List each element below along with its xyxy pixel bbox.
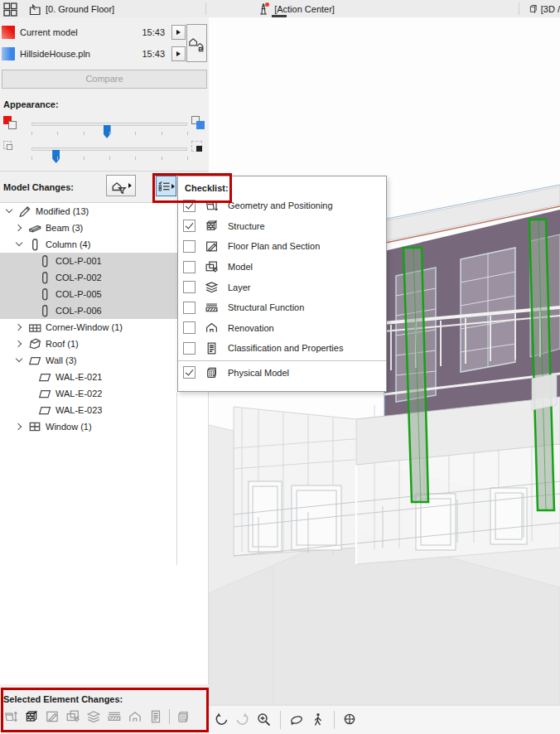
appearance-slider-row-1 [0, 115, 209, 137]
tab-ground-floor[interactable]: [0. Ground Floor] [23, 0, 119, 17]
checklist-item-layer[interactable]: Layer [178, 277, 386, 297]
classification-icon [148, 709, 163, 724]
geometry-icon [3, 709, 18, 724]
separator [169, 709, 170, 724]
chevron-right-icon[interactable] [15, 339, 25, 349]
chevron-down-icon[interactable] [15, 239, 25, 249]
tree-item-label: Beam (3) [46, 223, 83, 233]
model-b-name: HillsideHouse.pln [20, 49, 138, 59]
checklist-item-geometry[interactable]: Geometry and Positioning [178, 196, 386, 216]
slider-track[interactable] [31, 123, 187, 126]
model-a-picker-button[interactable] [171, 25, 186, 40]
column-icon [38, 304, 51, 317]
checkbox[interactable] [183, 261, 196, 273]
structure-icon [24, 709, 39, 724]
checkbox[interactable] [183, 220, 196, 232]
checklist-dropdown-button[interactable] [156, 176, 176, 196]
slider-ticks [31, 157, 187, 161]
zoom-in-icon[interactable] [256, 712, 273, 728]
checklist-item-label: Physical Model [228, 368, 289, 378]
model-filter-button[interactable] [106, 175, 136, 196]
tree-item-label: Roof (1) [46, 339, 79, 349]
checklist-item-structural-function[interactable]: Structural Function [178, 297, 386, 318]
selected-element-changes-label: Selected Element Changes: [3, 694, 123, 704]
checkbox[interactable] [183, 342, 196, 355]
structure-icon [205, 219, 219, 233]
column-icon [38, 271, 51, 284]
floor-plan-icon [28, 2, 41, 16]
model-row-current[interactable]: Current model 15:43 [2, 24, 186, 41]
quad-views-icon[interactable] [3, 2, 18, 17]
checkbox[interactable] [183, 302, 196, 314]
checklist-item-classification[interactable]: Classification and Properties [178, 338, 386, 359]
physical-model-icon [176, 709, 191, 724]
checkbox[interactable] [183, 200, 196, 212]
checklist-icon [157, 180, 171, 192]
chevron-right-icon[interactable] [15, 422, 25, 432]
checkbox[interactable] [183, 321, 196, 334]
tree-item-wal-e-023[interactable]: WAL-E-023 [0, 402, 209, 418]
checkbox[interactable] [183, 366, 196, 379]
orbit-icon[interactable] [288, 712, 305, 728]
chevron-down-icon[interactable] [5, 206, 15, 216]
checklist-item-renovation[interactable]: Renovation [178, 318, 386, 339]
arrow-right-icon [171, 184, 175, 189]
model-b-picker-button[interactable] [171, 46, 186, 61]
checklist-item-structure[interactable]: Structure [178, 216, 386, 237]
model-icon [65, 709, 80, 724]
viewport-toolbar [209, 705, 560, 734]
swap-houses-icon [187, 33, 206, 53]
tree-item-label: COL-P-002 [56, 273, 102, 282]
checklist-item-model[interactable]: Model [178, 257, 386, 278]
chevron-right-icon[interactable] [15, 223, 25, 233]
checklist-item-physical-model[interactable]: Physical Model [178, 360, 386, 384]
checkbox[interactable] [183, 240, 196, 253]
structural-function-icon [107, 709, 122, 724]
roof-icon [28, 337, 41, 350]
model-row-hillsidehouse[interactable]: HillsideHouse.pln 15:43 [2, 46, 186, 62]
fit-in-window-icon[interactable] [342, 712, 359, 728]
floor-plan-section-icon [205, 239, 219, 254]
appearance-label: Appearance: [3, 99, 59, 109]
cube-icon [527, 2, 538, 16]
redo-icon[interactable] [234, 712, 251, 728]
model-a-name: Current model [20, 27, 138, 37]
tab-separator [519, 2, 519, 15]
tab-action-center[interactable]: [Action Center] [251, 0, 340, 17]
arrow-right-icon [128, 183, 132, 188]
checklist-item-label: Floor Plan and Section [228, 241, 320, 251]
separator [334, 711, 335, 729]
wall-icon [38, 403, 51, 417]
model-a-color-swatch [2, 26, 15, 39]
checklist-popup: Checklist: Geometry and Positioning Stru… [177, 176, 387, 392]
checkbox[interactable] [183, 281, 196, 293]
tree-item-label: COL-P-006 [56, 306, 102, 316]
checklist-item-floor-plan-section[interactable]: Floor Plan and Section [178, 236, 386, 257]
swap-models-button[interactable] [186, 24, 207, 62]
tree-item-label: Corner-Window (1) [46, 322, 123, 332]
checklist-item-label: Model [228, 262, 253, 272]
classification-icon [205, 341, 219, 355]
chevron-down-icon[interactable] [15, 355, 25, 365]
physical-model-icon [205, 365, 219, 379]
checklist-item-label: Structural Function [228, 302, 304, 312]
chevron-right-icon[interactable] [15, 322, 25, 332]
checklist-item-label: Layer [228, 282, 251, 292]
model-a-fill-icon [3, 116, 20, 133]
undo-icon[interactable] [213, 712, 229, 728]
tree-item-label: WAL-E-021 [56, 372, 102, 382]
tab-3d[interactable]: [3D / [522, 0, 560, 17]
tab-action-center-label: [Action Center] [274, 4, 335, 14]
column-icon [28, 238, 41, 251]
walk-icon[interactable] [310, 712, 326, 728]
compare-button[interactable]: Compare [2, 70, 207, 89]
beam-icon [28, 221, 41, 234]
wall-icon [38, 387, 51, 400]
model-filter-icon [111, 178, 127, 194]
corner-window-icon [28, 321, 41, 334]
tree-item-window[interactable]: Window (1) [0, 418, 209, 435]
tab-3d-label: [3D / [541, 4, 560, 14]
model-a-time: 15:43 [138, 27, 165, 37]
model-changes-label: Model Changes: [3, 182, 74, 192]
slider-track[interactable] [31, 147, 187, 151]
